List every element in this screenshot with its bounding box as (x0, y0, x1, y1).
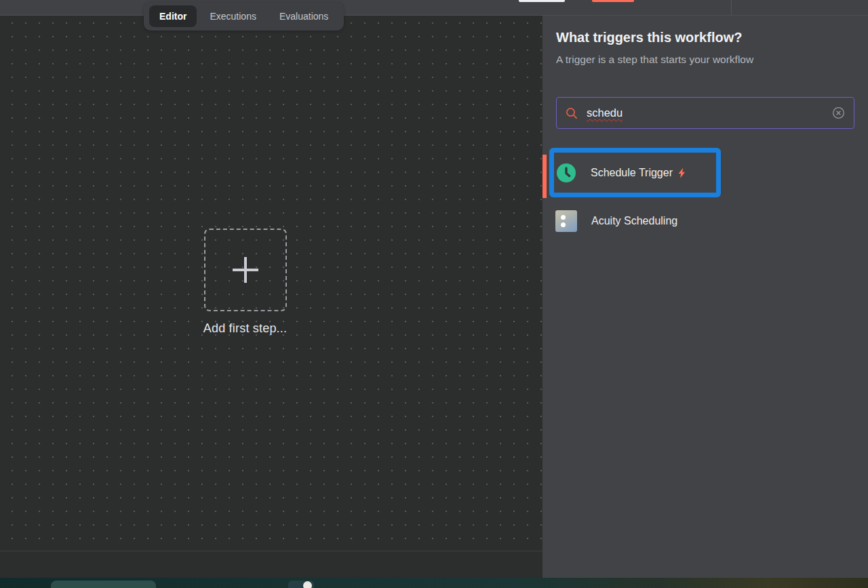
selection-highlight-box: Schedule Trigger (549, 148, 721, 197)
clock-icon (557, 163, 576, 182)
list-item-acuity-scheduling[interactable]: Acuity Scheduling (549, 206, 854, 236)
active-item-accent-bar (542, 155, 547, 198)
tab-editor[interactable]: Editor (149, 5, 197, 27)
add-first-step: Add first step... (196, 229, 294, 336)
search-icon (566, 107, 578, 119)
clear-search-button[interactable] (832, 106, 845, 119)
top-header-bar (0, 0, 868, 16)
search-input-value: schedu (587, 106, 623, 119)
cropped-save-button[interactable] (592, 0, 634, 2)
add-first-step-label: Add first step... (196, 321, 294, 336)
cropped-toolbar-button[interactable] (519, 0, 565, 2)
list-item-label: Schedule Trigger (591, 167, 673, 179)
canvas-footer-divider (0, 551, 542, 551)
tab-executions[interactable]: Executions (199, 5, 266, 27)
background-circle (303, 581, 312, 588)
list-item-schedule-trigger[interactable]: Schedule Trigger (554, 153, 716, 193)
view-tabs: Editor Executions Evaluations (144, 2, 344, 31)
search-input[interactable]: schedu (556, 97, 854, 129)
panel-title: What triggers this workflow? (556, 30, 742, 45)
trigger-panel: What triggers this workflow? A trigger i… (542, 16, 868, 578)
panel-subtitle: A trigger is a step that starts your wor… (556, 54, 753, 66)
background-pill (51, 581, 156, 588)
workflow-canvas[interactable]: Add first step... (0, 16, 542, 578)
trigger-bolt-icon (677, 168, 686, 178)
plus-icon (230, 254, 261, 286)
acuity-scheduling-icon (555, 210, 577, 232)
header-divider (731, 0, 732, 15)
list-item-label: Acuity Scheduling (591, 215, 677, 227)
add-first-step-button[interactable] (204, 229, 287, 311)
tab-evaluations[interactable]: Evaluations (269, 5, 338, 27)
background-window-strip (0, 578, 868, 588)
